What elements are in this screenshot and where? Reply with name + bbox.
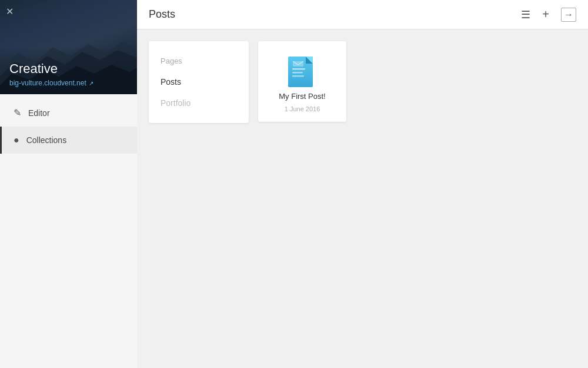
main-content: Posts ☰ + → Pages Posts Portfolio xyxy=(137,0,588,368)
post-card[interactable]: My First Post! 1 June 2016 xyxy=(258,41,346,122)
page-title: Posts xyxy=(149,8,521,21)
editor-label: Editor xyxy=(28,108,50,118)
export-icon[interactable]: → xyxy=(561,8,576,22)
sidebar-hero: ✕ Creative big-vulture.cloudvent.net ↗ xyxy=(0,0,137,94)
post-title: My First Post! xyxy=(279,92,325,101)
close-button[interactable]: ✕ xyxy=(6,6,14,17)
content-area: Pages Posts Portfolio xyxy=(137,29,588,368)
portfolio-page-item[interactable]: Portfolio xyxy=(149,92,249,114)
site-title: Creative xyxy=(9,61,58,77)
svg-rect-6 xyxy=(292,68,305,70)
posts-page-item[interactable]: Posts xyxy=(149,71,249,92)
external-link-icon: ↗ xyxy=(89,80,93,87)
post-file-icon xyxy=(288,53,316,87)
site-url[interactable]: big-vulture.cloudvent.net ↗ xyxy=(9,79,93,87)
collections-label: Collections xyxy=(26,135,66,145)
svg-rect-7 xyxy=(292,72,303,74)
post-date: 1 June 2016 xyxy=(285,105,320,112)
sidebar-item-collections[interactable]: ● Collections xyxy=(0,127,137,154)
svg-rect-8 xyxy=(292,75,304,77)
editor-icon: ✎ xyxy=(14,107,21,118)
pages-heading: Pages xyxy=(149,51,249,71)
site-url-text: big-vulture.cloudvent.net xyxy=(9,79,86,87)
add-button[interactable]: + xyxy=(542,8,549,21)
topbar-actions: ☰ + → xyxy=(521,8,576,22)
list-view-icon[interactable]: ☰ xyxy=(521,8,530,21)
sidebar-item-editor[interactable]: ✎ Editor xyxy=(0,99,137,127)
sidebar: ✕ Creative big-vulture.cloudvent.net ↗ ✎… xyxy=(0,0,137,368)
pages-card: Pages Posts Portfolio xyxy=(149,41,249,123)
sidebar-nav: ✎ Editor ● Collections xyxy=(0,94,137,368)
collections-icon: ● xyxy=(14,135,19,145)
topbar: Posts ☰ + → xyxy=(137,0,588,29)
